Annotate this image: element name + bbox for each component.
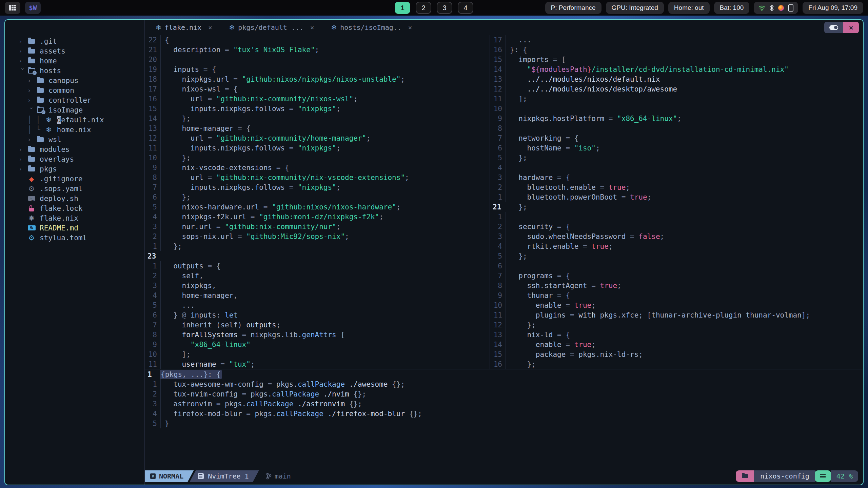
chevron-down-icon[interactable]: › [28, 106, 35, 115]
code-line[interactable]: 2 tux-nvim-config = pkgs.callPackage ./n… [145, 389, 863, 399]
chevron-right-icon[interactable]: › [27, 87, 36, 94]
tree-item-assets[interactable]: ›assets [5, 46, 144, 56]
tree-item--git[interactable]: ›.git [5, 36, 144, 46]
code-line[interactable]: 23 [145, 251, 490, 261]
code-line[interactable]: 12 }; [490, 320, 863, 330]
code-line[interactable]: 3 astronvim = pkgs.callPackage ./astronv… [145, 399, 863, 409]
code-line[interactable]: 3 nixpkgs, [145, 281, 490, 290]
code-line[interactable]: 1 outputs = { [145, 261, 490, 271]
code-line[interactable]: 7 programs = { [490, 271, 863, 281]
code-line[interactable]: 9 thunar = { [490, 290, 863, 300]
code-line[interactable]: 5 }; [490, 153, 863, 163]
code-line[interactable]: 17 ... [490, 35, 863, 45]
tree-item-home[interactable]: ›home [5, 56, 144, 66]
chevron-right-icon[interactable]: › [19, 38, 27, 45]
tab-pkgs-default-[interactable]: ❄pkgs/default ...× [223, 23, 320, 32]
tab-close-icon[interactable]: × [310, 24, 314, 31]
code-line[interactable]: 5 nixos-hardware.url = "github:nixos/nix… [145, 202, 490, 212]
code-line[interactable]: 13 ../../modules/nixos/default.nix [490, 74, 863, 84]
tree-item-canopus[interactable]: ›canopus [5, 76, 144, 85]
launcher-button[interactable] [5, 2, 20, 14]
code-line[interactable]: 1 tux-awesome-wm-config = pkgs.callPacka… [145, 379, 863, 389]
chevron-right-icon[interactable]: › [27, 77, 36, 84]
code-line[interactable]: 14 "${modulesPath}/installer/cd-dvd/inst… [490, 64, 863, 74]
code-line[interactable]: 6 [490, 261, 863, 271]
tab-flake-nix[interactable]: ❄flake.nix× [150, 23, 218, 32]
tree-item-controller[interactable]: ›controller [5, 95, 144, 105]
tree-item--sops-yaml[interactable]: ⚙.sops.yaml [5, 184, 144, 194]
workspace-button-2[interactable]: 2 [416, 2, 431, 14]
code-line[interactable]: 1{pkgs, ...}: { [145, 369, 863, 379]
code-line[interactable]: 11 inputs.nixpkgs.follows = "nixpkgs"; [145, 143, 490, 153]
code-line[interactable]: 17 nixos-wsl = { [145, 84, 490, 94]
code-line[interactable]: 4 home-manager, [145, 290, 490, 300]
logo-button[interactable]: $W [25, 2, 41, 14]
code-line[interactable]: 4 [490, 163, 863, 172]
code-line[interactable]: 1 [490, 212, 863, 222]
code-line[interactable]: 12 ../../modules/nixos/desktop/awesome [490, 84, 863, 94]
code-line[interactable]: 10 }; [145, 153, 490, 163]
chevron-right-icon[interactable]: › [19, 156, 27, 163]
chevron-right-icon[interactable]: › [27, 97, 36, 104]
code-line[interactable]: 13 home-manager = { [145, 123, 490, 133]
code-line[interactable]: 20 [145, 55, 490, 64]
code-line[interactable]: 16 }; [490, 359, 863, 369]
code-line[interactable]: 2 security = { [490, 222, 863, 231]
code-line[interactable]: 5 }; [490, 251, 863, 261]
code-line[interactable]: 14 enable = true; [490, 340, 863, 349]
code-line[interactable]: 10 enable = true; [490, 300, 863, 310]
tree-item-deploy-sh[interactable]: ›_deploy.sh [5, 194, 144, 203]
code-line[interactable]: 7 networking = { [490, 133, 863, 143]
code-line[interactable]: 3 sudo.wheelNeedsPassword = false; [490, 231, 863, 241]
chevron-right-icon[interactable]: › [19, 48, 27, 55]
tree-item-flake-nix[interactable]: ❄flake.nix [5, 213, 144, 223]
code-line[interactable]: 9 nixpkgs.hostPlatform = "x86_64-linux"; [490, 114, 863, 123]
tree-item-README-md[interactable]: M↓README.md [5, 223, 144, 233]
code-line[interactable]: 22{ [145, 35, 490, 45]
code-line[interactable]: 6 hostName = "iso"; [490, 143, 863, 153]
tree-item-flake-lock[interactable]: flake.lock [5, 203, 144, 213]
chevron-right-icon[interactable]: › [19, 58, 27, 64]
code-line[interactable]: 8 ssh.startAgent = true; [490, 281, 863, 290]
tree-item-modules[interactable]: ›modules [5, 144, 144, 154]
code-line[interactable]: 16 url = "github:nix-community/nixos-wsl… [145, 94, 490, 104]
code-line[interactable]: 7 inputs.nixpkgs.follows = "nixpkgs"; [145, 182, 490, 192]
code-line[interactable]: 18 nixpkgs.url = "github:nixos/nixpkgs/n… [145, 74, 490, 84]
code-line[interactable]: 9 nix-vscode-extensions = { [145, 163, 490, 172]
code-line[interactable]: 16}: { [490, 45, 863, 55]
code-line[interactable]: 10 ]; [145, 349, 490, 359]
code-line[interactable]: 15 imports = [ [490, 55, 863, 64]
code-line[interactable]: 6 }; [145, 192, 490, 202]
code-line[interactable]: 21 }; [490, 202, 863, 212]
code-line[interactable]: 10 [490, 104, 863, 114]
code-line[interactable]: 4 nixpkgs-f2k.url = "github:moni-dz/nixp… [145, 212, 490, 222]
chevron-right-icon[interactable]: › [19, 166, 27, 172]
chevron-right-icon[interactable]: › [19, 146, 27, 153]
code-line[interactable]: 5} [145, 419, 863, 428]
workspace-button-3[interactable]: 3 [437, 2, 452, 14]
tree-item-default-nix[interactable]: │ │ ❄default.nix [5, 115, 144, 125]
code-line[interactable]: 14 }; [145, 114, 490, 123]
code-line[interactable]: 8 [490, 123, 863, 133]
code-line[interactable]: 3 nur.url = "github:nix-community/nur"; [145, 222, 490, 231]
tree-item-pkgs[interactable]: ›pkgs [5, 164, 144, 174]
code-line[interactable]: 19 inputs = { [145, 64, 490, 74]
tree-item-isoImage[interactable]: ›isoImage [5, 105, 144, 115]
code-line[interactable]: 4 firefox-mod-blur = pkgs.callPackage ./… [145, 409, 863, 419]
code-line[interactable]: 1 bluetooth.powerOnBoot = true; [490, 192, 863, 202]
code-line[interactable]: 13 nix-ld = { [490, 330, 863, 340]
code-line[interactable]: 3 hardware = { [490, 172, 863, 182]
code-line[interactable]: 8 url = "github:nix-community/nix-vscode… [145, 172, 490, 182]
code-line[interactable]: 21 description = "tux's NixOS Flake"; [145, 45, 490, 55]
code-line[interactable]: 12 url = "github:nix-community/home-mana… [145, 133, 490, 143]
code-line[interactable]: 5 ... [145, 300, 490, 310]
code-line[interactable]: 2 self, [145, 271, 490, 281]
tree-item-stylua-toml[interactable]: ⚙stylua.toml [5, 233, 144, 243]
code-line[interactable]: 11 plugins = with pkgs.xfce; [thunar-arc… [490, 310, 863, 320]
code-line[interactable]: 15 inputs.nixpkgs.follows = "nixpkgs"; [145, 104, 490, 114]
tree-item-wsl[interactable]: ›wsl [5, 135, 144, 144]
chevron-down-icon[interactable]: › [19, 67, 26, 76]
window-close-button[interactable]: × [843, 22, 859, 33]
tree-item-home-nix[interactable]: │ └ ❄home.nix [5, 125, 144, 135]
code-line[interactable]: 11 username = "tux"; [145, 359, 490, 369]
